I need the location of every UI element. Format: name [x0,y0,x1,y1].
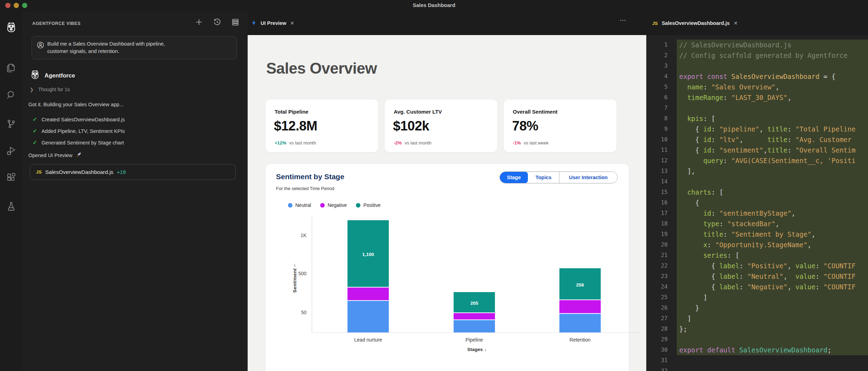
source-control-icon[interactable] [5,117,17,130]
line-number: 9 [646,124,668,134]
code-line: 8 kpis: [ [646,113,868,124]
x-axis-category-label: Lead nurture [333,337,403,343]
kpi-value: $102k [393,119,429,134]
line-number: 6 [646,92,668,103]
tab-ui-preview[interactable]: UI Preview ✕ [251,11,294,35]
line-number: 8 [646,113,668,124]
kpi-label: Total Pipeline [275,109,308,115]
chevron-right-icon: ❯ [30,87,34,92]
y-axis-title: ↓ Sentiment [292,262,297,293]
opened-preview-text: Opened UI Preview [28,153,73,158]
panel-title: AGENTFORCE VIBES [32,21,81,26]
toggle-option-stage[interactable]: Stage [500,172,528,183]
line-number: 22 [646,261,668,271]
code-line: 21 series: [ [646,250,868,261]
code-editor[interactable]: 1// SalesOverviewDashboard.js2// Config … [646,35,868,371]
line-number: 25 [646,292,668,303]
code-line: 23 { label: "Neutral", value: "COUNTIF [646,271,868,282]
kpi-card-overall-sentiment: Overall Sentiment 78% -1%vs last week [504,100,616,152]
activity-bar [0,11,22,371]
agent-step: ✓Added Pipeline, LTV, Sentiment KPIs [33,125,125,137]
line-number: 2 [646,50,668,61]
line-number: 12 [646,155,668,166]
file-chip-name: SalesOverviewDashboard.js [45,169,113,175]
line-number: 28 [646,324,668,334]
thought-disclosure[interactable]: ❯ Thought for 1s [30,87,70,92]
line-number: 26 [646,303,668,313]
bar-segment-negative [347,288,389,301]
agent-steps: ✓Created SalesOverviewDashboard.js✓Added… [33,114,125,148]
bar-value-label: 205 [454,301,495,306]
extensions-icon[interactable] [5,171,17,183]
toggle-option-topics[interactable]: Topics [528,172,559,183]
line-number: 11 [646,145,668,155]
code-line: 11 { id: "sentiment",title: "Overall Sen… [646,145,868,155]
kpi-delta: -2% [394,140,402,146]
kpi-label: Avg. Customer LTV [394,109,442,115]
ui-preview-canvas: Sales Overview Total Pipeline $12.8M +12… [248,35,646,371]
line-number: 7 [646,103,668,113]
code-line: 27 ] [646,313,868,324]
close-tab-icon[interactable]: ✕ [290,20,294,26]
code-line: 28}; [646,324,868,334]
prompt-line-1: Build me a Sales Overview Dashboard with… [47,40,165,48]
user-prompt-bubble[interactable]: Build me a Sales Overview Dashboard with… [32,36,237,59]
line-number: 14 [646,176,668,187]
line-number: 21 [646,250,668,261]
kpi-period: vs last month [405,140,432,146]
kpi-value: 78% [512,119,538,134]
file-chip[interactable]: JS SalesOverviewDashboard.js +19 [30,164,236,180]
bar-value-label: 1,100 [347,252,389,257]
line-number: 19 [646,229,668,240]
line-number: 10 [646,134,668,145]
tab-editor-file[interactable]: JS SalesOverviewDashboard.js ✕ [652,11,738,35]
history-icon[interactable] [213,18,222,27]
agentforce-vibes-panel: AGENTFORCE VIBES Build me a Sales Overvi… [22,11,248,371]
kpi-delta: +12% [275,140,287,146]
window-title: Sales Dashboard [0,2,868,8]
code-line: 17 id: "sentimentByStage", [646,208,868,218]
agentforce-mascot-icon [30,69,40,81]
explorer-icon[interactable] [5,61,17,73]
x-axis-category-label: Pipeline [439,337,509,343]
line-number: 18 [646,218,668,229]
kpi-card-total-pipeline: Total Pipeline $12.8M +12%vs last month [266,100,378,152]
kpi-value: $12.8M [274,119,317,134]
kpi-label: Overall Sentiment [513,109,558,115]
code-line: 19 title: "Sentiment by Stage", [646,229,868,240]
code-line: 30export default SalesOverviewDashboard; [646,345,868,355]
line-number: 13 [646,166,668,176]
run-debug-icon[interactable] [5,144,17,157]
y-axis-tick: 500 [276,271,306,276]
line-number: 4 [646,71,668,82]
code-line: 1// SalesOverviewDashboard.js [646,40,868,50]
new-chat-icon[interactable] [194,18,204,27]
code-line: 16 { [646,197,868,208]
code-line: 7 [646,103,868,113]
toggle-option-user-interaction[interactable]: User Interaction [559,172,617,183]
y-axis-tick: 50 [276,310,306,315]
legend-dot-icon [356,203,360,208]
server-stack-icon[interactable] [231,18,240,27]
sort-arrow-icon: ↓ [294,262,296,268]
tab-strip: UI Preview ✕ ⋯ JS SalesOverviewDashboard… [248,11,868,35]
tab-editor-label: SalesOverviewDashboard.js [662,20,730,26]
kpi-card-avg-ltv: Avg. Customer LTV $102k -2%vs last month [385,100,497,152]
search-icon[interactable] [5,89,17,101]
js-file-icon: JS [652,21,658,26]
agentforce-icon[interactable] [5,21,17,33]
line-number: 16 [646,197,668,208]
code-line: 4export const SalesOverviewDashboard = { [646,71,868,82]
testing-flask-icon[interactable] [5,200,17,212]
line-number: 30 [646,345,668,355]
close-tab-icon[interactable]: ✕ [733,20,738,26]
chart-view-toggle[interactable]: StageTopicsUser Interaction [500,171,618,183]
thought-label: Thought for 1s [38,87,70,92]
user-avatar-icon [36,41,44,50]
check-icon: ✓ [33,116,37,123]
line-number: 32 [646,366,668,371]
code-line: 15 charts: [ [646,187,868,197]
file-chip-diff-count: +19 [117,169,126,175]
y-axis-title-text: Sentiment [292,268,297,293]
overflow-menu-icon[interactable]: ⋯ [620,16,627,24]
